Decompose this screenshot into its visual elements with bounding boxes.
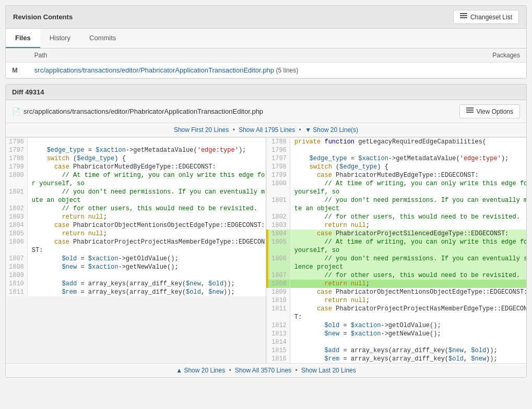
table-row: ST: — [6, 246, 266, 255]
table-row: 1796 — [6, 138, 266, 146]
table-row: 1806 // you don't need permissions. If y… — [267, 255, 526, 263]
table-row: 1812 $old = $xaction->getOldValue(); — [267, 321, 526, 330]
table-row: 1810 $add = array_keys(array_diff_key($n… — [6, 280, 266, 288]
table-row: yourself, so — [267, 188, 526, 196]
table-row: 1798 switch ($edge_type) { — [267, 163, 526, 171]
table-row: 1800 // At time of writing, you can only… — [6, 171, 266, 179]
diff-file-header: 📄 src/applications/transactions/editor/P… — [6, 100, 526, 123]
file-path-cell: src/applications/transactions/editor/Pha… — [28, 63, 463, 78]
table-row: 1803 return null; — [267, 221, 526, 230]
table-row: 1801 // you don't need permissions. If y… — [6, 188, 266, 196]
table-row: 1797 $edge_type = $xaction->getMetadataV… — [267, 154, 526, 163]
show-all-1795-link[interactable]: Show All 1795 Lines — [239, 126, 295, 134]
col-packages: Packages — [463, 49, 526, 63]
table-row: 1807 $old = $xaction->getOldValue(); — [6, 255, 266, 263]
bottom-sep2: • — [295, 367, 297, 374]
show-all-3570-link[interactable]: Show All 3570 Lines — [235, 367, 291, 374]
table-row: 1788 private function getLegacyRequiredE… — [267, 138, 526, 146]
table-row: 1805 return null; — [6, 230, 266, 238]
table-row: 1802 // for other users, this would need… — [6, 204, 266, 213]
table-row: 1796 — [267, 146, 526, 154]
table-row: 1804 case PhabricatorProjectSilencedEdge… — [267, 230, 526, 238]
show-20-down-link[interactable]: ▼ Show 20 Line(s) — [305, 126, 358, 134]
table-row: 1811 $rem = array_keys(array_diff_key($o… — [6, 288, 266, 296]
diff-section: Diff 49314 📄 src/applications/transactio… — [5, 84, 527, 378]
revision-title: Revision Contents — [13, 13, 73, 21]
file-table: Path Packages M src/applications/transac… — [6, 49, 526, 78]
table-row: 1802 // for other users, this would need… — [267, 213, 526, 221]
table-row: 1811 case PhabricatorProjectProjectHasMe… — [267, 305, 526, 313]
table-row: M src/applications/transactions/editor/P… — [6, 63, 526, 78]
table-row: 1816 $rem = array_keys(array_diff_key($o… — [267, 355, 526, 363]
table-row: ute an object — [6, 196, 266, 204]
changeset-list-button[interactable]: Changeset List — [453, 10, 519, 24]
table-row: 1810 return null; — [267, 296, 526, 305]
table-row: 1798 switch ($edge_type) { — [6, 154, 266, 163]
diff-file-path-text: src/applications/transactions/editor/Pha… — [23, 107, 263, 115]
table-row: 1808 $new = $xaction->getNewValue(); — [6, 263, 266, 271]
right-diff-table: 1788 private function getLegacyRequiredE… — [266, 138, 526, 363]
table-row: 1805 // At time of writing, you can only… — [267, 238, 526, 246]
table-row: yourself, so — [267, 246, 526, 255]
split-diff-container: 1796 1797 $edge_type = $xaction->getMeta… — [6, 137, 526, 363]
table-row: T: — [267, 313, 526, 321]
revision-header: Revision Contents Changeset List — [6, 6, 526, 29]
show-first-link[interactable]: Show First 20 Lines — [174, 126, 229, 134]
diff-file-path-container: 📄 src/applications/transactions/editor/P… — [12, 107, 263, 115]
file-packages — [463, 63, 526, 78]
table-row: 1809 case PhabricatorObjectMentionsObjec… — [267, 288, 526, 296]
table-row: 1801 // you don't need permissions. If y… — [267, 196, 526, 204]
table-row: 1815 $add = array_keys(array_diff_key($n… — [267, 346, 526, 355]
file-icon: 📄 — [12, 107, 20, 115]
file-status: M — [6, 63, 28, 78]
table-row: te an object — [267, 204, 526, 213]
sep1: • — [233, 126, 235, 134]
table-row: 1806 case PhabricatorProjectProjectHasMe… — [6, 238, 266, 246]
tab-commits[interactable]: Commits — [80, 29, 125, 48]
diff-bottom-nav: ▲ Show 20 Lines • Show All 3570 Lines • … — [6, 363, 526, 377]
table-row: 1803 return null; — [6, 213, 266, 221]
diff-left-panel: 1796 1797 $edge_type = $xaction->getMeta… — [6, 138, 266, 363]
left-diff-table: 1796 1797 $edge_type = $xaction->getMeta… — [6, 138, 266, 296]
diff-right-panel: 1788 private function getLegacyRequiredE… — [266, 138, 526, 363]
show-20-up-link[interactable]: ▲ Show 20 Lines — [176, 367, 225, 374]
table-row: 1808 return null; — [267, 280, 526, 288]
table-row: 1800 // At time of writing, you can only… — [267, 179, 526, 188]
hamburger-icon — [466, 107, 474, 115]
bottom-sep1: • — [229, 367, 231, 374]
tab-history[interactable]: History — [40, 29, 80, 48]
revision-panel: Revision Contents Changeset List Files H… — [5, 5, 527, 79]
file-lines: (5 lines) — [276, 67, 299, 74]
table-row: r yourself, so — [6, 179, 266, 188]
view-options-label: View Options — [477, 108, 513, 115]
diff-header: Diff 49314 — [6, 85, 526, 100]
list-icon — [460, 13, 467, 21]
table-row: 1797 $edge_type = $xaction->getMetadataV… — [6, 146, 266, 154]
col-status — [6, 49, 28, 63]
table-row: 1814 — [267, 338, 526, 346]
diff-title: Diff 49314 — [12, 88, 44, 96]
table-row: 1799 case PhabricatorMutedByEdgeType::ED… — [267, 171, 526, 179]
table-row: 1813 $new = $xaction->getNewValue(); — [267, 330, 526, 338]
table-row: 1799 case PhabricatorMutedByEdgeType::ED… — [6, 163, 266, 171]
table-row: lence project — [267, 263, 526, 271]
file-link[interactable]: src/applications/transactions/editor/Pha… — [34, 66, 274, 74]
view-options-button[interactable]: View Options — [459, 104, 520, 118]
table-row: 1809 — [6, 271, 266, 280]
tab-bar: Files History Commits — [6, 29, 526, 49]
show-last-20-link[interactable]: Show Last 20 Lines — [301, 367, 356, 374]
tab-files[interactable]: Files — [6, 29, 40, 48]
diff-top-nav: Show First 20 Lines • Show All 1795 Line… — [6, 123, 526, 137]
col-path: Path — [28, 49, 463, 63]
table-row: 1804 case PhabricatorObjectMentionsObjec… — [6, 221, 266, 230]
table-row: 1807 // for other users, this would need… — [267, 271, 526, 280]
sep2: • — [299, 126, 301, 134]
